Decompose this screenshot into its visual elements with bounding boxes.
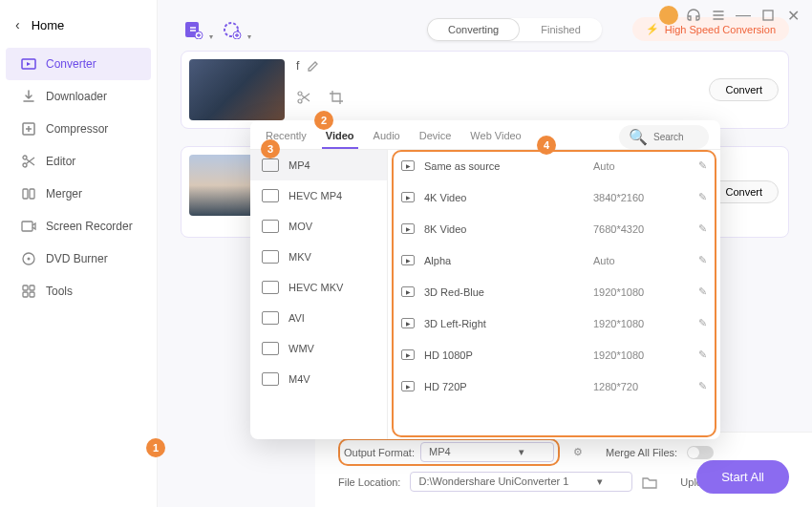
svg-point-2 xyxy=(23,156,27,159)
format-search[interactable]: 🔍 xyxy=(619,125,709,149)
close-button[interactable]: ✕ xyxy=(783,6,802,25)
sidebar-item-compressor[interactable]: Compressor xyxy=(6,113,151,145)
sidebar-item-editor[interactable]: Editor xyxy=(6,145,151,178)
sidebar-label: Screen Recorder xyxy=(46,220,133,233)
edit-icon[interactable]: ✎ xyxy=(698,349,707,361)
video-icon: ▶ xyxy=(401,223,415,234)
tab-converting[interactable]: Converting xyxy=(427,18,520,41)
sidebar-label: Downloader xyxy=(46,90,107,103)
svg-rect-5 xyxy=(30,189,34,199)
annotation-badge-4: 4 xyxy=(537,136,556,155)
res-row-source[interactable]: ▶Same as sourceAuto✎ xyxy=(388,150,720,181)
file-location-label: File Location: xyxy=(338,476,400,488)
format-mkv[interactable]: MKV xyxy=(250,242,387,272)
sidebar-label: Compressor xyxy=(46,122,108,136)
menu-icon[interactable] xyxy=(709,6,728,25)
video-icon: ▶ xyxy=(401,192,415,202)
merge-toggle[interactable] xyxy=(687,446,714,459)
scissors-icon xyxy=(21,154,36,169)
res-row-1080p[interactable]: ▶HD 1080P1920*1080✎ xyxy=(388,339,720,370)
format-avi[interactable]: AVI xyxy=(250,303,387,333)
search-icon: 🔍 xyxy=(629,128,648,146)
search-input[interactable] xyxy=(653,132,711,142)
edit-icon[interactable]: ✎ xyxy=(698,254,707,266)
avatar[interactable] xyxy=(659,6,678,25)
thumbnail[interactable] xyxy=(189,59,285,120)
edit-icon[interactable]: ✎ xyxy=(698,159,707,172)
format-m4v[interactable]: M4V xyxy=(250,364,387,394)
sidebar-item-downloader[interactable]: Downloader xyxy=(6,80,151,113)
compress-icon xyxy=(21,121,36,137)
tab-device[interactable]: Device xyxy=(416,124,456,149)
sidebar-item-tools[interactable]: Tools xyxy=(6,275,151,307)
grid-icon xyxy=(21,284,36,299)
format-wmv[interactable]: WMV xyxy=(250,333,387,364)
settings-icon[interactable]: ⚙ xyxy=(573,446,583,458)
res-row-8k[interactable]: ▶8K Video7680*4320✎ xyxy=(388,213,720,244)
minimize-button[interactable]: — xyxy=(734,6,753,25)
tab-audio[interactable]: Audio xyxy=(370,124,404,149)
convert-button[interactable]: Convert xyxy=(709,78,779,101)
maximize-button[interactable] xyxy=(759,6,778,25)
sidebar-item-merger[interactable]: Merger xyxy=(6,178,151,210)
back-icon: ‹ xyxy=(15,17,20,32)
edit-icon[interactable]: ✎ xyxy=(698,317,707,329)
sidebar-item-converter[interactable]: Converter xyxy=(6,48,151,80)
file-location-select[interactable]: D:\Wondershare UniConverter 1▾ xyxy=(410,472,632,492)
home-nav[interactable]: ‹ Home xyxy=(0,10,157,40)
annotation-badge-3: 3 xyxy=(261,139,280,158)
merge-label: Merge All Files: xyxy=(606,447,677,458)
res-row-720p[interactable]: ▶HD 720P1280*720✎ xyxy=(388,370,720,402)
start-all-button[interactable]: Start All xyxy=(696,460,789,494)
format-icon xyxy=(262,311,279,325)
svg-point-8 xyxy=(28,258,31,261)
format-icon xyxy=(262,220,279,233)
svg-point-3 xyxy=(23,163,27,167)
disc-icon xyxy=(21,251,36,266)
video-icon: ▶ xyxy=(401,286,415,297)
format-icon xyxy=(262,250,279,264)
format-hevc-mp4[interactable]: HEVC MP4 xyxy=(250,180,387,211)
format-mov[interactable]: MOV xyxy=(250,211,387,242)
svg-point-19 xyxy=(298,99,302,103)
output-format-select[interactable]: MP4▾ xyxy=(420,442,554,462)
chevron-down-icon: ▾ xyxy=(597,475,603,488)
trim-icon[interactable] xyxy=(296,90,311,105)
sidebar-item-dvd[interactable]: DVD Burner xyxy=(6,243,151,275)
format-list: MP4 HEVC MP4 MOV MKV HEVC MKV AVI WMV M4… xyxy=(250,150,388,439)
res-row-3d-lr[interactable]: ▶3D Left-Right1920*1080✎ xyxy=(388,307,720,339)
tab-finished[interactable]: Finished xyxy=(520,18,602,41)
format-hevc-mkv[interactable]: HEVC MKV xyxy=(250,272,387,303)
video-icon: ▶ xyxy=(401,160,415,171)
add-url-button[interactable]: ▾ xyxy=(219,18,246,41)
edit-icon[interactable]: ✎ xyxy=(698,380,707,392)
edit-icon[interactable]: ✎ xyxy=(698,285,707,298)
sidebar-item-recorder[interactable]: Screen Recorder xyxy=(6,210,151,243)
resolution-panel: ▶Same as sourceAuto✎ ▶4K Video3840*2160✎… xyxy=(388,150,720,439)
svg-rect-13 xyxy=(763,11,773,20)
format-icon xyxy=(262,281,279,294)
svg-rect-10 xyxy=(30,285,34,290)
chevron-down-icon: ▾ xyxy=(519,446,524,458)
tab-web[interactable]: Web Video xyxy=(466,124,524,149)
folder-icon[interactable] xyxy=(642,475,657,489)
video-icon: ▶ xyxy=(401,381,415,391)
edit-icon[interactable]: ✎ xyxy=(698,222,707,235)
annotation-badge-2: 2 xyxy=(314,111,333,130)
res-row-alpha[interactable]: ▶AlphaAuto✎ xyxy=(388,244,720,276)
edit-icon[interactable]: ✎ xyxy=(698,191,707,203)
sidebar-label: DVD Burner xyxy=(46,252,108,265)
edit-title-icon[interactable] xyxy=(307,59,320,73)
format-popout: Recently Video Audio Device Web Video 🔍 … xyxy=(250,120,720,439)
crop-icon[interactable] xyxy=(329,90,344,105)
res-row-3d-rb[interactable]: ▶3D Red-Blue1920*1080✎ xyxy=(388,276,720,307)
sidebar-label: Converter xyxy=(46,57,96,71)
file-card: f Convert xyxy=(181,51,789,129)
res-row-4k[interactable]: ▶4K Video3840*2160✎ xyxy=(388,181,720,213)
sidebar-label: Editor xyxy=(46,155,75,168)
home-label: Home xyxy=(32,18,65,32)
record-icon xyxy=(21,219,36,234)
support-icon[interactable] xyxy=(684,6,703,25)
format-icon xyxy=(262,372,279,386)
add-file-button[interactable]: ▾ xyxy=(181,18,207,41)
